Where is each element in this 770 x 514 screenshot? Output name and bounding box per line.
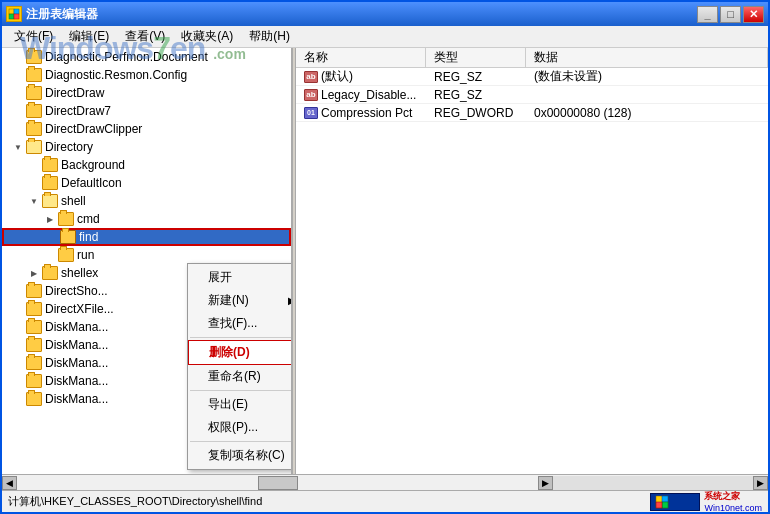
tree-label: shell bbox=[61, 194, 86, 208]
folder-icon bbox=[26, 68, 42, 82]
ctx-new[interactable]: 新建(N) ▶ bbox=[188, 289, 292, 312]
tree-label: shellex bbox=[61, 266, 98, 280]
tree-label: Background bbox=[61, 158, 125, 172]
tree-label: DirectDrawClipper bbox=[45, 122, 142, 136]
tree-label: find bbox=[79, 230, 98, 244]
folder-icon bbox=[26, 122, 42, 136]
tree-label: DirectXFile... bbox=[45, 302, 114, 316]
reg-sz-icon-2: ab bbox=[304, 89, 318, 101]
tree-item-directdrawclipper[interactable]: DirectDrawClipper bbox=[2, 120, 291, 138]
expander-icon: ▶ bbox=[42, 211, 58, 227]
logo-icon bbox=[650, 493, 700, 511]
tree-label: DirectSho... bbox=[45, 284, 108, 298]
menu-bar: 文件(F) 编辑(E) 查看(V) 收藏夹(A) 帮助(H) bbox=[2, 26, 768, 48]
menu-edit[interactable]: 编辑(E) bbox=[61, 26, 117, 47]
tree-item-diagnostic-resmon[interactable]: Diagnostic.Resmon.Config bbox=[2, 66, 291, 84]
expander-icon bbox=[10, 337, 26, 353]
expander-icon bbox=[10, 67, 26, 83]
registry-content[interactable]: ab (默认) REG_SZ (数值未设置) ab Legacy_Disable… bbox=[296, 68, 768, 474]
tree-item-background[interactable]: Background bbox=[2, 156, 291, 174]
svg-rect-7 bbox=[656, 502, 662, 508]
reg-dword-icon: 01 bbox=[304, 107, 318, 119]
ctx-copy-name[interactable]: 复制项名称(C) bbox=[188, 444, 292, 467]
close-button[interactable]: ✕ bbox=[743, 6, 764, 23]
reg-type-compression: REG_DWORD bbox=[426, 106, 526, 120]
svg-rect-1 bbox=[14, 9, 19, 14]
app-icon bbox=[6, 6, 22, 22]
ctx-permissions[interactable]: 权限(P)... bbox=[188, 416, 292, 439]
tree-item-directory[interactable]: ▼ Directory bbox=[2, 138, 291, 156]
ctx-expand[interactable]: 展开 bbox=[188, 266, 292, 289]
menu-favorites[interactable]: 收藏夹(A) bbox=[173, 26, 241, 47]
ctx-find[interactable]: 查找(F)... bbox=[188, 312, 292, 335]
menu-view[interactable]: 查看(V) bbox=[117, 26, 173, 47]
svg-rect-6 bbox=[662, 502, 668, 508]
tree-item-cmd[interactable]: ▶ cmd bbox=[2, 210, 291, 228]
ctx-separator bbox=[190, 337, 292, 338]
expander-icon bbox=[42, 247, 58, 263]
tree-label: DiskMana... bbox=[45, 374, 108, 388]
tree-item-directdraw[interactable]: DirectDraw bbox=[2, 84, 291, 102]
expander-icon: ▶ bbox=[26, 265, 42, 281]
expander-icon: ▼ bbox=[10, 139, 26, 155]
folder-icon bbox=[26, 320, 42, 334]
svg-rect-3 bbox=[14, 14, 19, 19]
reg-data-default: (数值未设置) bbox=[526, 68, 768, 85]
reg-row-compression[interactable]: 01 Compression Pct REG_DWORD 0x00000080 … bbox=[296, 104, 768, 122]
folder-icon bbox=[26, 104, 42, 118]
minimize-button[interactable]: _ bbox=[697, 6, 718, 23]
ctx-rename[interactable]: 重命名(R) bbox=[188, 365, 292, 388]
ctx-delete[interactable]: 删除(D) bbox=[188, 340, 292, 365]
window-title: 注册表编辑器 bbox=[26, 6, 697, 23]
menu-file[interactable]: 文件(F) bbox=[6, 26, 61, 47]
tree-label: DiskMana... bbox=[45, 392, 108, 406]
reg-row-default[interactable]: ab (默认) REG_SZ (数值未设置) bbox=[296, 68, 768, 86]
tree-item-shell[interactable]: ▼ shell bbox=[2, 192, 291, 210]
folder-icon bbox=[26, 392, 42, 406]
folder-icon bbox=[42, 266, 58, 280]
main-window: 注册表编辑器 _ □ ✕ 文件(F) 编辑(E) 查看(V) 收藏夹(A) 帮助… bbox=[0, 0, 770, 514]
ctx-export[interactable]: 导出(E) bbox=[188, 393, 292, 416]
col-header-name: 名称 bbox=[296, 48, 426, 67]
expander-icon bbox=[10, 373, 26, 389]
scroll-right-btn2[interactable]: ▶ bbox=[753, 476, 768, 490]
reg-row-legacy[interactable]: ab Legacy_Disable... REG_SZ bbox=[296, 86, 768, 104]
tree-item-run[interactable]: run bbox=[2, 246, 291, 264]
svg-rect-5 bbox=[662, 496, 668, 502]
tree-label: Diagnostic.Perfmon.Document bbox=[45, 50, 208, 64]
menu-help[interactable]: 帮助(H) bbox=[241, 26, 298, 47]
expander-icon bbox=[10, 391, 26, 407]
svg-rect-2 bbox=[9, 14, 14, 19]
maximize-button[interactable]: □ bbox=[720, 6, 741, 23]
expander-icon bbox=[10, 121, 26, 137]
folder-icon bbox=[26, 302, 42, 316]
scroll-right-btn[interactable]: ▶ bbox=[538, 476, 553, 490]
reg-name-legacy: ab Legacy_Disable... bbox=[296, 88, 426, 102]
tree-item-find[interactable]: find bbox=[2, 228, 291, 246]
right-panel: Windows7en .com 名称 类型 数据 bbox=[296, 48, 768, 474]
tree-label: DirectDraw7 bbox=[45, 104, 111, 118]
col-header-data: 数据 bbox=[526, 48, 768, 67]
folder-icon bbox=[58, 248, 74, 262]
tree-item-defaulticon[interactable]: DefaultIcon bbox=[2, 174, 291, 192]
scroll-thumb[interactable] bbox=[258, 476, 298, 490]
tree-label: DiskMana... bbox=[45, 320, 108, 334]
logo-text: 系统之家 Win10net.com bbox=[704, 490, 762, 513]
reg-data-compression: 0x00000080 (128) bbox=[526, 106, 768, 120]
expander-icon bbox=[10, 355, 26, 371]
scroll-left-btn[interactable]: ◀ bbox=[2, 476, 17, 490]
submenu-arrow: ▶ bbox=[288, 295, 292, 306]
tree-label: Directory bbox=[45, 140, 93, 154]
tree-item-directdraw7[interactable]: DirectDraw7 bbox=[2, 102, 291, 120]
tree-label: Diagnostic.Resmon.Config bbox=[45, 68, 187, 82]
tree-label: DefaultIcon bbox=[61, 176, 122, 190]
reg-sz-icon: ab bbox=[304, 71, 318, 83]
tree-panel: Diagnostic.Perfmon.Document Diagnostic.R… bbox=[2, 48, 292, 474]
reg-type-default: REG_SZ bbox=[426, 70, 526, 84]
horizontal-scrollbar[interactable]: ◀ ▶ ▶ bbox=[2, 474, 768, 490]
folder-icon bbox=[26, 86, 42, 100]
ctx-separator-3 bbox=[190, 441, 292, 442]
folder-icon bbox=[26, 50, 42, 64]
status-right: 系统之家 Win10net.com bbox=[650, 490, 762, 513]
tree-item-diagnostic-perfmon[interactable]: Diagnostic.Perfmon.Document bbox=[2, 48, 291, 66]
